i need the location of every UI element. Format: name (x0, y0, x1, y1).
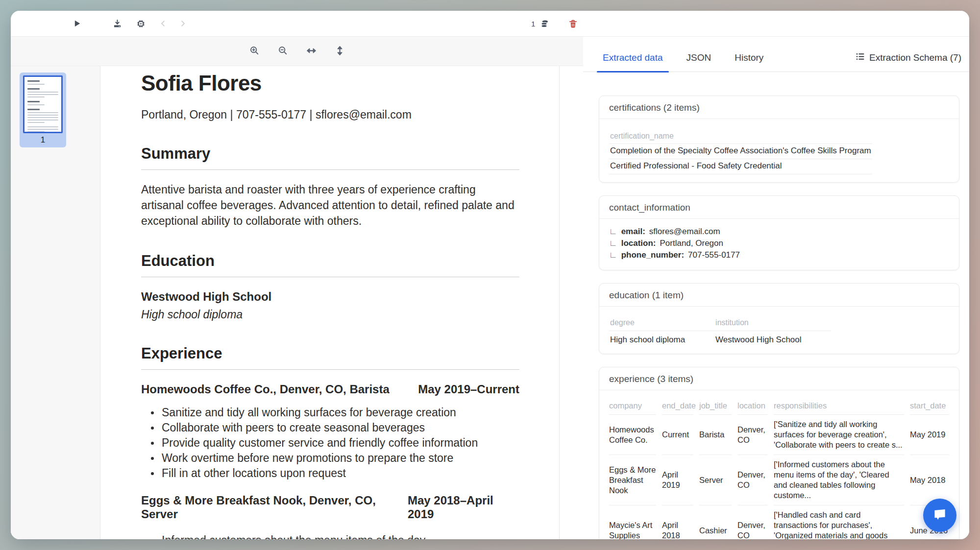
table-cell: Barista (699, 415, 732, 455)
delete-document-button[interactable] (564, 16, 581, 32)
chat-fab-button[interactable] (923, 499, 956, 532)
viewer-gutter (559, 66, 583, 539)
table-cell: ['Sanitize and tidy all working surfaces… (774, 415, 904, 455)
field-row: ∟ email: sflores@email.com (609, 226, 949, 238)
document-page[interactable]: Sofia Flores Portland, Oregon | 707-555-… (100, 66, 583, 539)
extraction-schema-button[interactable]: Extraction Schema (7) (855, 44, 961, 72)
table-cell: High school diploma (609, 331, 714, 346)
main-area: 1 Sofia Flores Portland, Oregon | 707-55… (11, 37, 969, 539)
branch-icon: ∟ (609, 226, 617, 238)
table-row: Certified Professional - Food Safety Cre… (609, 159, 872, 174)
card-title: contact_information (599, 196, 959, 219)
table-cell: Eggs & More Breakfast Nook (609, 455, 656, 505)
next-page-button[interactable] (174, 15, 191, 32)
zoom-out-button[interactable] (276, 45, 290, 58)
table-cell: ['Informed customers about the menu item… (774, 455, 904, 505)
job-dates: May 2019–Current (418, 383, 519, 396)
table-cell: Denver, CO (737, 455, 768, 505)
viewer-body: 1 Sofia Flores Portland, Oregon | 707-55… (11, 66, 583, 539)
table-cell: Maycie's Art Supplies (609, 505, 656, 539)
field-key: phone_number: (621, 249, 684, 261)
table-cell: May 2018 (910, 455, 949, 505)
tab-json[interactable]: JSON (683, 44, 715, 72)
tab-history[interactable]: History (731, 44, 767, 72)
job-title: Homewoods Coffee Co., Denver, CO, Barist… (141, 383, 390, 396)
previous-page-button[interactable] (155, 15, 172, 32)
tab-extracted-data[interactable]: Extracted data (599, 44, 667, 72)
job-bullet: Informed customers about the menu items … (141, 533, 519, 539)
table-row: Completion of the Specialty Coffee Assoc… (609, 144, 872, 159)
page-stack-icon (539, 19, 550, 29)
zoom-out-icon (277, 45, 288, 57)
job-title: Eggs & More Breakfast Nook, Denver, CO, … (141, 494, 408, 521)
table-cell: Westwood High School (714, 331, 831, 346)
thumbnail-page-preview (23, 75, 63, 133)
panel-tab-bar: Extracted data JSON History Extraction S… (583, 37, 969, 72)
zoom-in-button[interactable] (247, 45, 261, 58)
chip-icon (136, 19, 146, 29)
section-divider (141, 169, 519, 170)
page-thumbnail[interactable]: 1 (20, 72, 66, 147)
resume-summary-heading: Summary (141, 145, 519, 163)
card-education: education (1 item) degree institution Hi… (599, 283, 959, 354)
download-icon (112, 19, 122, 29)
column-header: institution (714, 317, 831, 331)
document-viewer: 1 Sofia Flores Portland, Oregon | 707-55… (11, 37, 583, 539)
table-cell: ['Handled cash and card transactions for… (774, 505, 904, 539)
zoom-in-icon (249, 45, 260, 57)
field-key: location: (621, 238, 656, 249)
model-settings-button[interactable] (132, 15, 149, 32)
fit-width-button[interactable] (304, 45, 318, 58)
section-divider (141, 369, 519, 370)
trash-icon (568, 19, 578, 29)
schema-list-icon (855, 51, 865, 64)
app-window: 1 (11, 11, 969, 539)
table-cell: May 2019 (910, 415, 949, 455)
panel-scroll-area[interactable]: certifications (2 items) certification_n… (583, 72, 969, 539)
column-header: start_date (910, 400, 949, 415)
table-cell: Current (662, 415, 693, 455)
column-header: job_title (699, 400, 732, 415)
field-row: ∟ phone_number: 707-555-0177 (609, 249, 949, 261)
chevron-right-icon (178, 19, 187, 28)
job-bullet: Collaborate with peers to create seasona… (141, 420, 519, 435)
fit-height-button[interactable] (333, 45, 346, 58)
resume-school: Westwood High School (141, 290, 519, 304)
resume-education-heading: Education (141, 252, 519, 270)
viewer-toolbar (11, 37, 583, 66)
job-bullet-list: Informed customers about the menu items … (141, 533, 519, 539)
column-header: end_date (662, 400, 693, 415)
resume-experience-heading: Experience (141, 345, 519, 362)
toolbar-right-group: 1 (531, 11, 581, 37)
job-bullet: Provide quality customer service and fri… (141, 435, 519, 451)
run-extraction-button[interactable] (69, 15, 85, 32)
job-header: Homewoods Coffee Co., Denver, CO, Barist… (141, 383, 519, 396)
table-cell: Denver, CO (737, 505, 768, 539)
fit-width-icon (306, 45, 317, 58)
card-certifications: certifications (2 items) certification_n… (599, 96, 959, 183)
column-header: location (737, 400, 768, 415)
job-dates: May 2018–April 2019 (408, 494, 519, 521)
table-cell: Homewoods Coffee Co. (609, 415, 656, 455)
certifications-table: certification_name Completion of the Spe… (609, 130, 872, 174)
extraction-panel: Extracted data JSON History Extraction S… (583, 37, 969, 539)
job-bullet: Work overtime before new promotions to p… (141, 451, 519, 466)
table-cell: April 2018 (662, 505, 693, 539)
job-header: Eggs & More Breakfast Nook, Denver, CO, … (141, 494, 519, 521)
resume-summary-text: Attentive barista and roaster with three… (141, 182, 519, 229)
branch-icon: ∟ (609, 249, 617, 261)
fit-height-icon (334, 45, 345, 58)
card-experience: experience (3 items) company end_date jo… (599, 367, 959, 539)
job-bullet: Fill in at other locations upon request (141, 466, 519, 481)
resume-degree: High school diploma (141, 308, 519, 321)
download-button[interactable] (109, 15, 125, 32)
desktop-background: 1 (0, 0, 980, 550)
card-contact-information: contact_information ∟ email: sflores@ema… (599, 195, 959, 270)
field-value: 707-555-0177 (688, 249, 740, 261)
play-icon (72, 19, 82, 28)
schema-button-label: Extraction Schema (7) (869, 52, 961, 63)
column-header: company (609, 400, 656, 415)
chat-bubble-icon (931, 506, 948, 525)
resume-contact-line: Portland, Oregon | 707-555-0177 | sflore… (141, 108, 519, 121)
column-header: degree (609, 317, 714, 331)
